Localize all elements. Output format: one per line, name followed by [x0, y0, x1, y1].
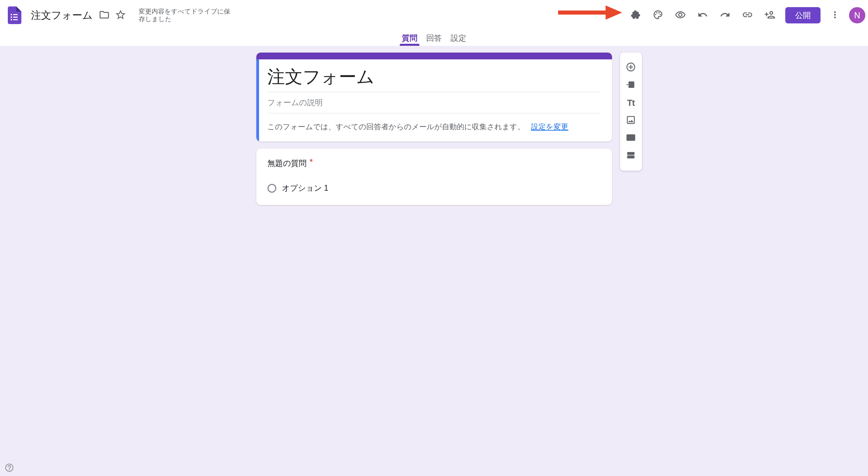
divider: [268, 113, 601, 113]
add-title-text-button[interactable]: Tt: [623, 96, 639, 110]
form-tabs: 質問 回答 設定: [0, 31, 868, 46]
kebab-menu-icon: [830, 9, 840, 21]
copy-link-button[interactable]: [739, 7, 755, 23]
preview-button[interactable]: [672, 7, 688, 23]
tab-responses[interactable]: 回答: [422, 31, 446, 46]
email-collection-notice: このフォームでは、すべての回答者からのメールが自動的に収集されます。: [268, 122, 525, 132]
theme-color-bar: [256, 53, 612, 59]
question-card[interactable]: 無題の質問 * オプション 1: [256, 149, 612, 205]
save-status-text[interactable]: 変更内容をすべてドライブに保存しました: [139, 7, 231, 23]
video-icon: [626, 132, 636, 144]
puzzle-piece-icon: [630, 9, 641, 21]
help-question-icon: [4, 463, 14, 474]
add-question-button[interactable]: [623, 61, 639, 74]
add-video-button[interactable]: [623, 131, 639, 145]
move-to-folder-button[interactable]: [96, 7, 112, 23]
undo-button[interactable]: [694, 7, 711, 23]
active-tab-indicator: [400, 44, 419, 46]
help-button[interactable]: [4, 463, 15, 474]
radio-button[interactable]: [268, 184, 276, 193]
redo-button[interactable]: [717, 7, 733, 23]
form-title-field[interactable]: 注文フォーム: [268, 67, 601, 87]
header-row: 注文フォーム 変更内容をすべてドライブに保存しました: [0, 0, 868, 31]
person-add-icon: [764, 9, 775, 21]
change-settings-link[interactable]: 設定を変更: [531, 122, 569, 132]
form-header-card-body: 注文フォーム フォームの説明 このフォームでは、すべての回答者からのメールが自動…: [256, 59, 612, 141]
image-icon: [626, 115, 636, 126]
folder-icon: [99, 9, 110, 21]
redo-icon: [720, 9, 730, 21]
question-title-field[interactable]: 無題の質問: [268, 158, 307, 169]
option-row: オプション 1: [268, 183, 601, 193]
account-avatar[interactable]: N: [849, 7, 865, 23]
link-icon: [742, 9, 753, 21]
add-collaborators-button[interactable]: [762, 7, 778, 23]
customize-theme-button[interactable]: [650, 7, 666, 23]
red-annotation-arrow: [555, 5, 623, 21]
form-description-field[interactable]: フォームの説明: [268, 92, 601, 113]
form-header-card[interactable]: 注文フォーム フォームの説明 このフォームでは、すべての回答者からのメールが自動…: [256, 53, 612, 141]
plus-circle-icon: [626, 62, 636, 73]
tab-settings-label: 設定: [451, 33, 466, 43]
tab-settings[interactable]: 設定: [446, 31, 471, 46]
document-title[interactable]: 注文フォーム: [31, 8, 93, 22]
add-section-button[interactable]: [623, 149, 639, 163]
required-asterisk: *: [310, 158, 313, 166]
import-questions-button[interactable]: [623, 78, 639, 92]
star-button[interactable]: [112, 7, 129, 23]
add-image-button[interactable]: [623, 114, 639, 127]
palette-icon: [653, 9, 663, 21]
tab-questions-label: 質問: [402, 33, 417, 43]
header-actions: 公開 N: [627, 7, 868, 23]
eye-icon: [675, 9, 686, 21]
import-icon: [626, 79, 636, 91]
option-label[interactable]: オプション 1: [282, 183, 329, 193]
tab-responses-label: 回答: [426, 33, 442, 43]
section-icon: [626, 150, 636, 161]
publish-button[interactable]: 公開: [785, 7, 821, 23]
form-canvas: 注文フォーム フォームの説明 このフォームでは、すべての回答者からのメールが自動…: [256, 53, 612, 205]
google-forms-logo-icon[interactable]: [8, 6, 21, 24]
top-app-bar: 注文フォーム 変更内容をすべてドライブに保存しました: [0, 0, 868, 46]
more-options-button[interactable]: [827, 7, 843, 23]
add-ons-button[interactable]: [627, 7, 644, 23]
star-icon: [115, 9, 126, 22]
question-side-toolbar: Tt: [620, 53, 642, 171]
undo-icon: [697, 9, 708, 21]
tab-questions[interactable]: 質問: [397, 31, 422, 46]
text-Tt-icon: Tt: [627, 98, 635, 108]
